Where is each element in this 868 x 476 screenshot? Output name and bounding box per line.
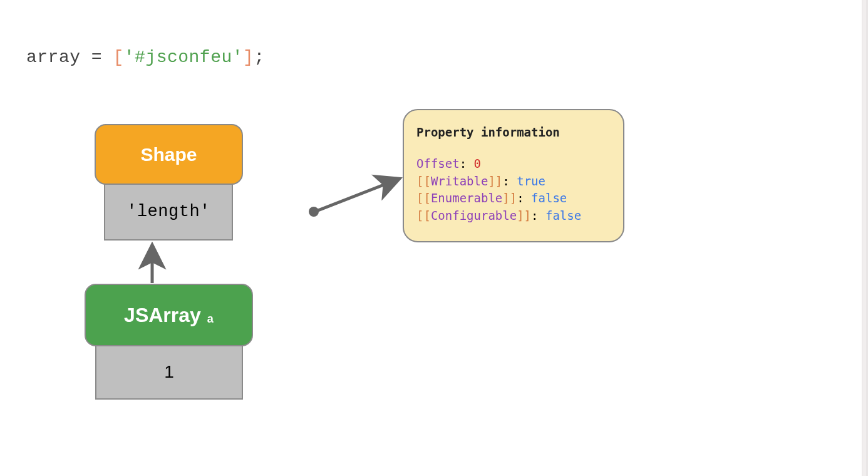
scrollbar-edge [862,0,868,476]
code-semicolon: ; [254,48,264,67]
jsarray-length-cell: 1 [95,344,243,400]
open-brackets: [[ [416,191,431,205]
arrow-length-to-property [316,179,398,211]
property-row: [[Configurable]]: false [416,207,611,225]
property-info-panel: Property information Offset: 0[[Writable… [403,109,624,242]
property-value: false [531,191,567,205]
colon: : [502,174,517,188]
jsarray-box: JSArray a 1 [85,284,253,400]
property-value: 0 [474,157,481,170]
property-value: false [545,209,581,222]
code-close-bracket: ] [243,48,254,67]
code-var: array [26,48,81,67]
jsarray-subscript: a [207,313,214,326]
open-brackets: [[ [416,209,431,222]
code-eq: = [81,48,113,67]
property-info-title: Property information [416,125,611,139]
jsarray-length-value: 1 [164,362,174,382]
code-open-bracket: [ [113,48,123,67]
property-row: Offset: 0 [416,155,611,173]
shape-box: Shape 'length' [95,124,243,241]
close-brackets: ]] [488,174,502,188]
property-info-rows: Offset: 0[[Writable]]: true[[Enumerable]… [416,155,611,224]
shape-title-label: Shape [140,144,197,165]
jsarray-title: JSArray a [85,284,253,346]
shape-title: Shape [95,124,243,185]
property-key: Writable [431,174,488,188]
colon: : [517,191,531,205]
pointer-dot-icon [309,207,319,217]
colon: : [460,157,474,170]
close-brackets: ]] [517,209,531,222]
property-key: Configurable [431,209,517,222]
property-value: true [517,174,545,188]
property-row: [[Writable]]: true [416,173,611,190]
property-key: Offset [416,157,460,170]
code-string: '#jsconfeu' [124,48,243,67]
property-key: Enumerable [431,191,502,205]
open-brackets: [[ [416,174,431,188]
shape-length-label: 'length' [127,202,210,221]
jsarray-title-label: JSArray [124,304,201,327]
colon: : [531,209,545,222]
code-line: array = ['#jsconfeu']; [26,49,265,66]
property-row: [[Enumerable]]: false [416,190,611,207]
shape-length-cell: 'length' [104,183,233,241]
close-brackets: ]] [502,191,517,205]
